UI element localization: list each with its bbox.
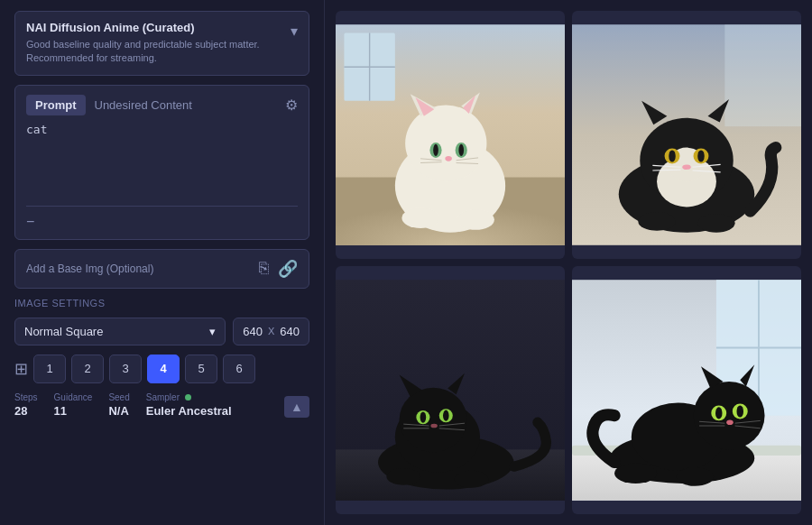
sampler-active-dot: [185, 394, 191, 401]
step-btn-2[interactable]: 2: [71, 355, 104, 383]
svg-point-20: [401, 207, 438, 228]
svg-point-12: [433, 144, 438, 156]
svg-point-58: [455, 471, 489, 488]
tab-prompt[interactable]: Prompt: [26, 95, 86, 115]
svg-point-80: [677, 467, 714, 486]
minus-icon: −: [26, 214, 298, 230]
model-name: NAI Diffusion Anime (Curated): [26, 21, 291, 34]
step-btn-5[interactable]: 5: [185, 355, 217, 383]
image-cell-1[interactable]: [336, 11, 565, 259]
svg-point-15: [445, 156, 452, 161]
left-panel: NAI Diffusion Anime (Curated) Good basel…: [0, 0, 325, 525]
cat-image-2: [572, 11, 801, 259]
svg-point-14: [458, 144, 464, 156]
width-value: 640: [243, 325, 263, 338]
seed-value: N/A: [108, 404, 129, 418]
chevron-down-icon: ▾: [291, 23, 298, 40]
steps-value: 28: [14, 404, 38, 418]
sampler-row: Sampler: [146, 392, 232, 402]
image-cell-3[interactable]: [336, 266, 565, 514]
svg-point-52: [430, 424, 438, 428]
step-btn-1[interactable]: 1: [33, 355, 66, 383]
svg-point-79: [614, 463, 657, 484]
size-chevron-icon: ▾: [209, 325, 216, 338]
prompt-container: Prompt Undesired Content ⚙ cat −: [14, 85, 309, 240]
base-img-actions: ⎘ 🔗: [259, 259, 298, 279]
svg-point-40: [697, 214, 734, 233]
svg-point-74: [726, 419, 734, 425]
image-grid: [325, 0, 812, 525]
image-cell-4[interactable]: [572, 266, 801, 514]
guidance-stat: Guidance 11: [54, 392, 93, 418]
model-info: NAI Diffusion Anime (Curated) Good basel…: [26, 21, 291, 66]
seed-stat: Seed N/A: [108, 392, 129, 418]
step-btn-4[interactable]: 4: [147, 355, 180, 383]
steps-grid-icon: ⊞: [14, 359, 28, 379]
image-cell-2[interactable]: [572, 11, 801, 259]
svg-point-45: [400, 388, 467, 452]
footer-stats: Steps 28 Guidance 11 Seed N/A Sampler Eu…: [14, 392, 309, 418]
expand-button[interactable]: ▲: [284, 396, 309, 418]
height-value: 640: [280, 325, 300, 338]
sampler-value: Euler Ancestral: [146, 404, 232, 418]
svg-rect-23: [724, 24, 801, 126]
svg-point-73: [737, 405, 744, 417]
steps-stat: Steps 28: [14, 392, 38, 418]
guidance-label: Guidance: [54, 392, 93, 402]
svg-point-71: [715, 407, 723, 419]
step-btn-6[interactable]: 6: [223, 355, 255, 383]
paperclip-icon[interactable]: 🔗: [278, 259, 298, 279]
gear-icon[interactable]: ⚙: [285, 97, 298, 114]
guidance-value: 11: [54, 404, 93, 418]
image-settings-section: Image Settings: [14, 298, 309, 309]
svg-point-21: [457, 209, 494, 230]
seed-label: Seed: [108, 392, 129, 402]
cat-image-4: [572, 266, 801, 514]
sampler-label: Sampler: [146, 392, 180, 402]
tab-undesired-content[interactable]: Undesired Content: [86, 95, 201, 115]
cat-image-3: [336, 266, 565, 514]
prompt-tabs: Prompt Undesired Content ⚙: [26, 95, 298, 115]
size-row: Normal Square ▾ 640 X 640: [14, 318, 309, 345]
settings-label: Image Settings: [14, 298, 309, 309]
svg-point-49: [420, 411, 427, 422]
svg-point-57: [386, 468, 420, 485]
steps-label: Steps: [14, 392, 38, 402]
svg-point-39: [638, 212, 675, 231]
cat-image-1: [336, 11, 565, 259]
model-description: Good baseline quality and predictable su…: [26, 38, 291, 66]
svg-point-51: [443, 410, 449, 421]
base-img-label: Add a Base Img (Optional): [26, 262, 153, 275]
copy-icon[interactable]: ⎘: [259, 259, 269, 279]
size-separator: X: [268, 326, 274, 336]
steps-row: ⊞ 1 2 3 4 5 6: [14, 355, 309, 383]
svg-point-6: [405, 106, 486, 182]
sampler-stat: Sampler Euler Ancestral: [146, 392, 232, 418]
svg-point-33: [697, 150, 705, 161]
size-preset-dropdown[interactable]: Normal Square ▾: [14, 318, 226, 345]
base-img-row: Add a Base Img (Optional) ⎘ 🔗: [14, 249, 309, 289]
model-selector[interactable]: NAI Diffusion Anime (Curated) Good basel…: [14, 11, 309, 76]
size-preset-label: Normal Square: [24, 325, 103, 338]
svg-point-34: [682, 164, 690, 170]
prompt-divider: [26, 206, 298, 207]
prompt-tabs-list: Prompt Undesired Content: [26, 95, 201, 115]
svg-point-31: [669, 150, 676, 161]
size-dimensions: 640 X 640: [233, 318, 309, 345]
svg-point-67: [694, 382, 765, 449]
step-btn-3[interactable]: 3: [109, 355, 142, 383]
prompt-input[interactable]: cat: [26, 123, 298, 195]
